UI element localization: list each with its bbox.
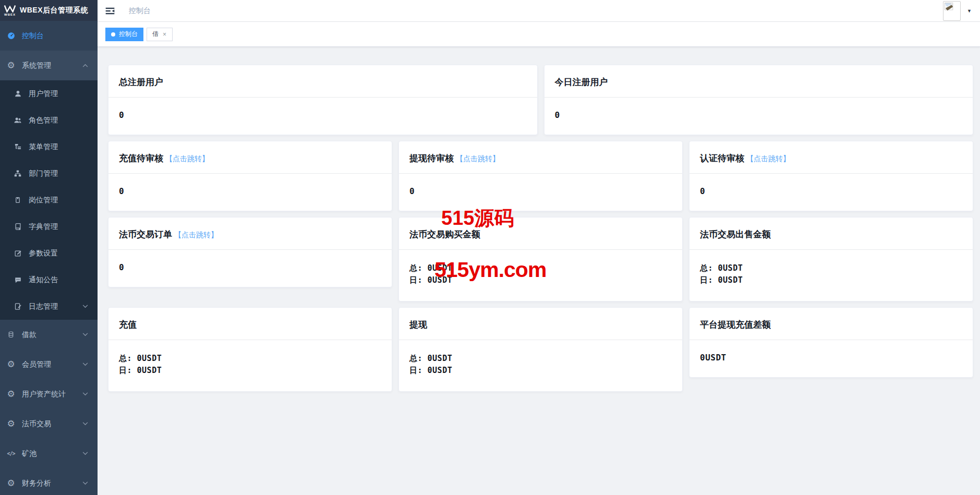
chevron-down-icon xyxy=(82,422,88,426)
chevron-down-icon xyxy=(82,305,88,308)
daily-value: 日: 0USDT xyxy=(409,274,672,286)
gear-icon: ⚙ xyxy=(5,479,17,488)
stats-row-4: 充值 总: 0USDT 日: 0USDT 提现 总: 0USDT 日: 0USD… xyxy=(108,307,973,392)
logo-text: WBEX xyxy=(4,13,16,16)
chevron-down-icon xyxy=(82,452,88,455)
jump-link[interactable]: 【点击跳转】 xyxy=(165,154,209,163)
card-value: 0 xyxy=(119,262,381,272)
card-title: 认证待审核【点击跳转】 xyxy=(689,141,973,174)
total-value: 总: 0USDT xyxy=(119,353,381,365)
logo-bar[interactable]: WBEX WBEX后台管理系统 xyxy=(0,0,98,21)
menu-list-icon xyxy=(13,143,23,151)
card-kyc-pending: 认证待审核【点击跳转】 0 xyxy=(689,141,973,211)
card-title: 法币交易订单【点击跳转】 xyxy=(108,218,392,250)
log-icon xyxy=(13,303,23,310)
total-value: 总: 0USDT xyxy=(700,262,962,274)
breadcrumb[interactable]: 控制台 xyxy=(129,6,151,16)
card-body: 0 xyxy=(689,174,973,211)
card-value: 0 xyxy=(700,186,962,196)
sidebar-item-label: 用户资产统计 xyxy=(22,390,66,399)
tab-label: 借 xyxy=(152,30,159,39)
jump-link[interactable]: 【点击跳转】 xyxy=(746,154,790,163)
caret-down-icon: ▼ xyxy=(967,8,972,14)
card-title: 今日注册用户 xyxy=(545,65,973,98)
tab-loan[interactable]: 借 × xyxy=(147,28,173,41)
sidebar-item-label: 岗位管理 xyxy=(29,196,58,205)
avatar[interactable] xyxy=(943,1,961,21)
app-title: WBEX后台管理系统 xyxy=(20,6,88,15)
sidebar-toggle-icon[interactable] xyxy=(101,4,119,18)
sidebar-item-label: 字典管理 xyxy=(29,222,58,232)
tab-console[interactable]: 控制台 xyxy=(105,28,143,41)
app-logo-icon: WBEX xyxy=(4,5,16,16)
tags-view-bar: 控制台 借 × xyxy=(98,22,980,47)
dashboard-icon xyxy=(5,31,17,40)
card-title: 总注册用户 xyxy=(108,65,537,98)
card-value: 0 xyxy=(119,186,381,196)
sidebar-item-menus[interactable]: 菜单管理 xyxy=(0,134,98,160)
total-value: 总: 0USDT xyxy=(409,262,672,274)
code-icon: </> xyxy=(5,451,17,456)
card-fiat-buy-amount: 法币交易购买金额 总: 0USDT 日: 0USDT xyxy=(398,217,683,301)
card-body: 0USDT xyxy=(689,340,973,377)
card-body: 总: 0USDT 日: 0USDT xyxy=(108,340,392,391)
card-total-registered-users: 总注册用户 0 xyxy=(108,65,538,135)
sidebar-item-logs[interactable]: 日志管理 xyxy=(0,293,98,320)
jump-link[interactable]: 【点击跳转】 xyxy=(456,154,500,163)
sidebar-item-mining-pool[interactable]: </> 矿池 xyxy=(0,439,98,468)
app-root: WBEX WBEX后台管理系统 控制台 ⚙ 系统管理 xyxy=(0,0,980,495)
sidebar-item-label: 部门管理 xyxy=(29,169,58,178)
daily-value: 日: 0USDT xyxy=(700,274,962,286)
sidebar-item-label: 角色管理 xyxy=(29,116,58,125)
sidebar-item-fiat-trade[interactable]: ⚙ 法币交易 xyxy=(0,409,98,439)
sidebar-item-parameters[interactable]: 参数设置 xyxy=(0,240,98,267)
sidebar-item-system[interactable]: ⚙ 系统管理 xyxy=(0,51,98,80)
sidebar-item-posts[interactable]: 岗位管理 xyxy=(0,187,98,213)
daily-value: 日: 0USDT xyxy=(409,365,672,377)
jump-link[interactable]: 【点击跳转】 xyxy=(174,231,218,239)
chevron-up-icon xyxy=(82,64,88,67)
card-recharge: 充值 总: 0USDT 日: 0USDT xyxy=(108,307,392,392)
top-navbar: 控制台 ▼ xyxy=(98,0,980,22)
sidebar-item-label: 借款 xyxy=(22,330,37,340)
sidebar-submenu-system: 用户管理 角色管理 菜单管理 xyxy=(0,80,98,320)
edit-icon xyxy=(13,249,23,257)
sidebar-item-label: 通知公告 xyxy=(29,275,58,285)
sidebar-item-label: 财务分析 xyxy=(22,479,51,488)
sidebar-item-label: 日志管理 xyxy=(29,302,58,311)
total-value: 总: 0USDT xyxy=(409,353,672,365)
sidebar-item-console[interactable]: 控制台 xyxy=(0,21,98,51)
sidebar-item-loans[interactable]: 借款 xyxy=(0,320,98,349)
gear-icon: ⚙ xyxy=(5,61,17,70)
card-value: 0 xyxy=(555,110,963,120)
card-value: 0 xyxy=(409,186,672,196)
comment-icon xyxy=(13,276,23,284)
card-value: 0USDT xyxy=(700,353,962,363)
card-title: 法币交易出售金额 xyxy=(689,218,973,250)
sidebar-item-dictionary[interactable]: 字典管理 xyxy=(0,213,98,240)
sidebar-item-departments[interactable]: 部门管理 xyxy=(0,160,98,187)
gear-icon: ⚙ xyxy=(5,419,17,428)
sidebar-item-label: 会员管理 xyxy=(22,360,51,369)
close-icon[interactable]: × xyxy=(162,31,167,38)
sidebar-menu: 控制台 ⚙ 系统管理 用户管理 xyxy=(0,21,98,495)
card-today-registered-users: 今日注册用户 0 xyxy=(544,65,974,135)
chevron-down-icon xyxy=(82,392,88,396)
stats-row-2: 充值待审核【点击跳转】 0 提现待审核【点击跳转】 0 xyxy=(108,141,973,211)
sidebar-item-label: 菜单管理 xyxy=(29,142,58,152)
sidebar: WBEX WBEX后台管理系统 控制台 ⚙ 系统管理 xyxy=(0,0,98,495)
sidebar-item-user-assets[interactable]: ⚙ 用户资产统计 xyxy=(0,379,98,409)
card-body: 0 xyxy=(108,98,537,135)
dashboard-content: 总注册用户 0 今日注册用户 0 xyxy=(98,47,980,495)
sidebar-item-users[interactable]: 用户管理 xyxy=(0,80,98,107)
gear-icon: ⚙ xyxy=(5,390,17,399)
user-dropdown[interactable]: ▼ xyxy=(943,1,972,21)
card-body: 0 xyxy=(399,174,682,211)
sidebar-item-finance-analysis[interactable]: ⚙ 财务分析 xyxy=(0,468,98,495)
sidebar-item-label: 参数设置 xyxy=(29,249,58,258)
sidebar-item-notices[interactable]: 通知公告 xyxy=(0,267,98,293)
sidebar-item-roles[interactable]: 角色管理 xyxy=(0,107,98,134)
tab-label: 控制台 xyxy=(119,30,138,39)
sidebar-item-members[interactable]: ⚙ 会员管理 xyxy=(0,349,98,379)
stats-row-1: 总注册用户 0 今日注册用户 0 xyxy=(108,65,973,135)
